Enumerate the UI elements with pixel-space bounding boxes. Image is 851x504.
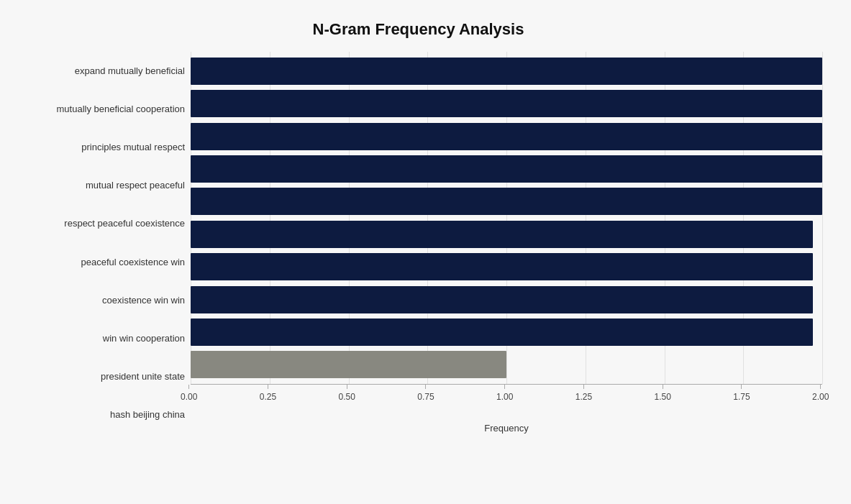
x-tick-label: 1.50 <box>655 392 671 402</box>
x-tick: 2.00 <box>812 385 829 402</box>
x-tick-line <box>504 385 505 389</box>
bar <box>191 286 813 313</box>
chart-title: N-Gram Frequency Analysis <box>14 14 822 39</box>
bars-area <box>191 52 822 384</box>
x-tick: 1.00 <box>496 385 513 402</box>
x-axis: 0.000.250.500.751.001.251.501.752.00 <box>191 384 822 420</box>
bar <box>191 351 506 378</box>
bar-row <box>191 283 822 316</box>
x-tick: 1.50 <box>655 385 671 402</box>
x-tick: 0.00 <box>181 385 197 402</box>
x-tick-line <box>268 385 268 389</box>
x-tick-line <box>347 385 347 389</box>
x-tick-line <box>583 385 584 389</box>
x-tick: 1.75 <box>733 385 750 402</box>
bars-list <box>191 52 822 384</box>
bar-row <box>191 349 822 381</box>
x-tick: 1.25 <box>575 385 592 402</box>
y-label: expand mutually beneficial <box>14 52 185 90</box>
bar-row <box>191 218 822 250</box>
x-tick-line <box>820 385 821 389</box>
y-label: coexistence win win <box>14 281 185 319</box>
chart-area: expand mutually beneficialmutually benef… <box>14 52 822 434</box>
bar <box>191 253 813 280</box>
y-label: hash beijing china <box>14 395 185 434</box>
y-label: principles mutual respect <box>14 128 185 166</box>
bar-row <box>191 87 822 119</box>
bar-row <box>191 250 822 283</box>
y-label: mutually beneficial cooperation <box>14 90 185 128</box>
bar-row <box>191 316 822 348</box>
x-tick-label: 0.00 <box>181 392 197 402</box>
x-tick: 0.50 <box>339 385 355 402</box>
bars-and-xaxis: 0.000.250.500.751.001.251.501.752.00 Fre… <box>191 52 822 434</box>
chart-container: N-Gram Frequency Analysis expand mutuall… <box>0 0 851 504</box>
bar-row <box>191 152 822 185</box>
x-tick-line <box>741 385 742 389</box>
bar-row <box>191 55 822 87</box>
bar <box>191 155 822 183</box>
bar <box>191 188 822 215</box>
x-axis-title: Frequency <box>191 423 822 434</box>
x-tick-label: 1.75 <box>733 392 750 402</box>
x-tick-line <box>663 385 663 389</box>
x-tick-line <box>425 385 426 389</box>
bar-row <box>191 120 822 152</box>
bar-row <box>191 185 822 218</box>
x-tick-label: 1.00 <box>496 392 513 402</box>
x-tick-label: 0.25 <box>260 392 276 402</box>
x-tick-label: 0.50 <box>339 392 355 402</box>
x-tick: 0.25 <box>260 385 276 402</box>
bar <box>191 58 822 85</box>
bar <box>191 90 822 117</box>
bar <box>191 319 813 346</box>
y-label: peaceful coexistence win <box>14 242 185 280</box>
grid-line <box>822 52 823 384</box>
x-tick-label: 0.75 <box>417 392 434 402</box>
y-labels: expand mutually beneficialmutually benef… <box>14 52 191 434</box>
x-tick-label: 2.00 <box>812 392 829 402</box>
y-label: win win cooperation <box>14 319 185 357</box>
bar <box>191 221 813 248</box>
y-label: respect peaceful coexistence <box>14 204 185 242</box>
x-tick-label: 1.25 <box>575 392 592 402</box>
x-tick-line <box>188 385 189 389</box>
y-label: mutual respect peaceful <box>14 166 185 204</box>
bar <box>191 123 822 150</box>
y-label: president unite state <box>14 357 185 395</box>
x-tick: 0.75 <box>417 385 434 402</box>
